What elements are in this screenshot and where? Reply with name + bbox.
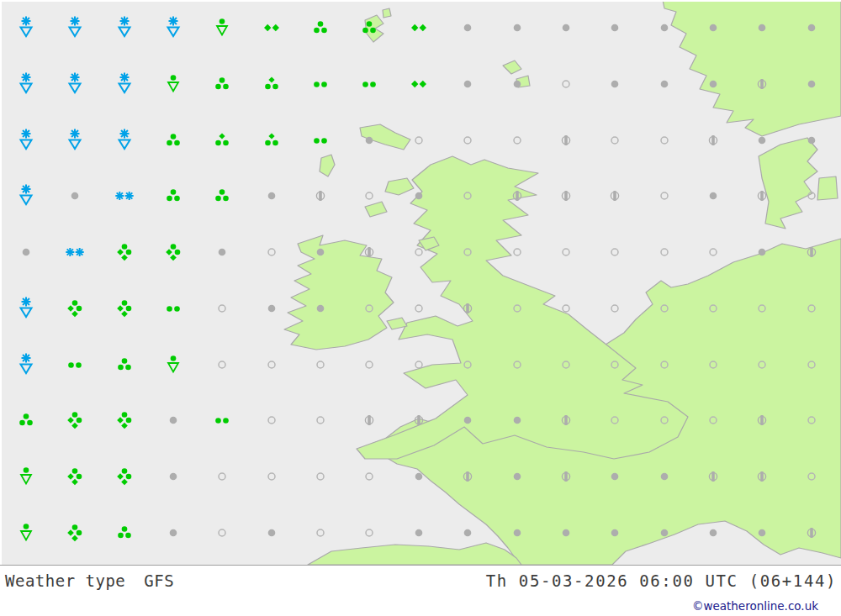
moderate-rain-icon	[110, 350, 139, 379]
partly-cloudy-icon	[453, 294, 482, 323]
drizzle-icon	[405, 13, 433, 42]
snow-shower-icon	[12, 350, 40, 379]
cloudy-icon	[208, 238, 236, 266]
product-label: Weather type	[5, 571, 125, 590]
moderate-rain-icon	[208, 182, 236, 210]
cloudy-icon	[61, 182, 89, 210]
cloudy-icon	[650, 70, 679, 98]
clear-sky-icon	[699, 238, 727, 266]
rain-shower-icon	[159, 70, 188, 98]
clear-sky-icon	[503, 350, 532, 379]
cloudy-icon	[503, 13, 532, 42]
clear-sky-icon	[208, 350, 236, 379]
snow-icon	[61, 238, 89, 266]
drizzle-icon	[257, 13, 286, 42]
partly-cloudy-icon	[699, 126, 727, 155]
partly-cloudy-icon	[748, 182, 776, 210]
cloudy-icon	[699, 13, 727, 42]
cloudy-icon	[650, 462, 679, 491]
partly-cloudy-icon	[552, 126, 580, 155]
partly-cloudy-icon	[748, 462, 776, 491]
snow-icon	[110, 182, 139, 210]
clear-sky-icon	[208, 294, 236, 323]
snow-shower-icon	[110, 126, 139, 155]
cloudy-icon	[600, 519, 629, 547]
clear-sky-icon	[650, 238, 679, 266]
clear-sky-icon	[208, 519, 236, 547]
cloudy-icon	[699, 519, 727, 547]
partly-cloudy-icon	[797, 519, 826, 547]
rain-shower-icon	[159, 350, 188, 379]
partly-cloudy-icon	[552, 182, 580, 210]
cloudy-icon	[748, 126, 776, 155]
copyright-link[interactable]: ©weatheronline.co.uk	[692, 599, 818, 613]
cloudy-icon	[257, 519, 286, 547]
cloudy-icon	[600, 462, 629, 491]
clear-sky-icon	[355, 350, 383, 379]
heavy-rain-icon	[110, 406, 139, 434]
heavy-rain-icon	[110, 238, 139, 266]
cloudy-icon	[306, 238, 335, 266]
valid-time-label: Th 05-03-2026 06:00 UTC (06+144)	[486, 571, 837, 590]
moderate-rain-icon	[306, 13, 335, 42]
cloudy-icon	[552, 13, 580, 42]
cloudy-icon	[748, 519, 776, 547]
heavy-rain-icon	[61, 519, 89, 547]
weather-symbol-grid	[0, 0, 841, 565]
clear-sky-icon	[650, 182, 679, 210]
rain-shower-icon	[208, 13, 236, 42]
cloudy-icon	[748, 13, 776, 42]
heavy-rain-icon	[110, 462, 139, 491]
clear-sky-icon	[355, 182, 383, 210]
partly-cloudy-icon	[453, 462, 482, 491]
cloudy-icon	[355, 126, 383, 155]
clear-sky-icon	[257, 462, 286, 491]
cloudy-icon	[552, 519, 580, 547]
snow-shower-icon	[12, 294, 40, 323]
clear-sky-icon	[257, 238, 286, 266]
partly-cloudy-icon	[699, 462, 727, 491]
cloudy-icon	[797, 13, 826, 42]
snow-shower-icon	[12, 182, 40, 210]
clear-sky-icon	[405, 238, 433, 266]
clear-sky-icon	[797, 406, 826, 434]
weather-map-page: Weather typeGFS Th 05-03-2026 06:00 UTC …	[0, 0, 841, 616]
partly-cloudy-icon	[600, 182, 629, 210]
snow-shower-icon	[61, 70, 89, 98]
moderate-rain-icon	[208, 70, 236, 98]
clear-sky-icon	[355, 519, 383, 547]
moderate-rain-icon	[12, 406, 40, 434]
snow-shower-icon	[61, 126, 89, 155]
cloudy-icon	[797, 126, 826, 155]
snow-shower-icon	[110, 13, 139, 42]
clear-sky-icon	[405, 126, 433, 155]
moderate-rain-icon	[159, 126, 188, 155]
clear-sky-icon	[453, 238, 482, 266]
clear-sky-icon	[797, 462, 826, 491]
drizzle-rain-icon	[257, 70, 286, 98]
heavy-rain-icon	[61, 406, 89, 434]
clear-sky-icon	[257, 406, 286, 434]
heavy-rain-icon	[159, 238, 188, 266]
cloudy-icon	[405, 519, 433, 547]
light-rain-icon	[306, 70, 335, 98]
clear-sky-icon	[600, 238, 629, 266]
rain-shower-icon	[12, 519, 40, 547]
clear-sky-icon	[552, 70, 580, 98]
partly-cloudy-icon	[552, 462, 580, 491]
snow-shower-icon	[61, 13, 89, 42]
clear-sky-icon	[503, 294, 532, 323]
status-bar: Weather typeGFS Th 05-03-2026 06:00 UTC …	[0, 565, 841, 616]
cloudy-icon	[797, 70, 826, 98]
clear-sky-icon	[650, 294, 679, 323]
snow-shower-icon	[12, 126, 40, 155]
partly-cloudy-icon	[552, 406, 580, 434]
cloudy-icon	[159, 462, 188, 491]
partly-cloudy-icon	[306, 182, 335, 210]
partly-cloudy-icon	[748, 406, 776, 434]
clear-sky-icon	[797, 294, 826, 323]
partly-cloudy-icon	[405, 406, 433, 434]
cloudy-icon	[699, 182, 727, 210]
clear-sky-icon	[699, 350, 727, 379]
partly-cloudy-icon	[355, 238, 383, 266]
